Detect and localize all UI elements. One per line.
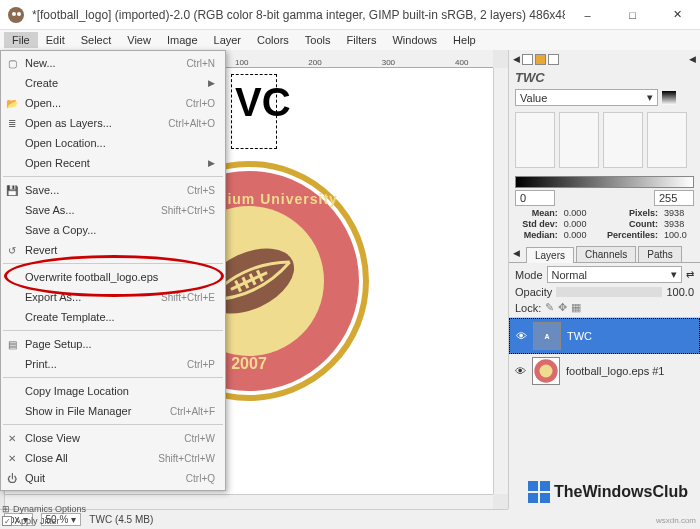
tool-options-fragment: ⊞Dynamics Options ✓Apply Jitter [2, 503, 86, 527]
tab-layers[interactable]: Layers [526, 247, 574, 263]
menu-item-open-location[interactable]: Open Location... [1, 133, 225, 153]
layer-item-logo[interactable]: 👁 football_logo.eps #1 [509, 354, 700, 388]
scrollbar-vertical[interactable] [493, 68, 508, 494]
menu-image[interactable]: Image [159, 32, 206, 48]
color-swatch-white2[interactable] [548, 54, 559, 65]
dock-title: TWC [509, 68, 700, 87]
menu-item-page-setup[interactable]: ▤Page Setup... [1, 334, 225, 354]
range-min[interactable]: 0 [515, 190, 555, 206]
menu-windows[interactable]: Windows [384, 32, 445, 48]
histogram-thumb [515, 112, 555, 168]
menu-view[interactable]: View [119, 32, 159, 48]
dock-menu-icon[interactable]: ◀ [689, 54, 696, 64]
menu-file[interactable]: File [4, 32, 38, 48]
color-swatch-orange[interactable] [535, 54, 546, 65]
menu-tools[interactable]: Tools [297, 32, 339, 48]
menu-item-open-recent[interactable]: Open Recent▶ [1, 153, 225, 173]
checkbox-icon: ✓ [2, 516, 12, 526]
gradient-strip [515, 176, 694, 188]
histogram-thumb [647, 112, 687, 168]
close-button[interactable]: ✕ [655, 0, 700, 30]
maximize-button[interactable]: □ [610, 0, 655, 30]
ruler-tick: 300 [382, 58, 395, 67]
eye-icon[interactable]: 👁 [516, 330, 527, 342]
menu-item-save[interactable]: 💾Save...Ctrl+S [1, 180, 225, 200]
histogram-area [509, 108, 700, 172]
menu-separator [3, 377, 223, 378]
menu-filters[interactable]: Filters [339, 32, 385, 48]
histogram-linear-icon[interactable] [680, 91, 694, 105]
menu-layer[interactable]: Layer [206, 32, 250, 48]
eye-icon[interactable]: 👁 [515, 365, 526, 377]
menu-item-create[interactable]: Create▶ [1, 73, 225, 93]
revert-icon: ↺ [5, 243, 19, 257]
menu-item-save-as[interactable]: Save As...Shift+Ctrl+S [1, 200, 225, 220]
ruler-tick: 200 [308, 58, 321, 67]
menu-item-overwrite[interactable]: Overwrite football_logo.eps [1, 267, 225, 287]
minimize-button[interactable]: – [565, 0, 610, 30]
tab-channels[interactable]: Channels [576, 246, 636, 262]
menu-item-close-all[interactable]: ✕Close AllShift+Ctrl+W [1, 448, 225, 468]
tabs-menu-icon[interactable]: ◀ [509, 246, 524, 262]
menu-item-revert[interactable]: ↺Revert [1, 240, 225, 260]
svg-point-1 [12, 12, 16, 16]
menu-select[interactable]: Select [73, 32, 120, 48]
menu-item-create-template[interactable]: Create Template... [1, 307, 225, 327]
blend-mode-combo[interactable]: Normal ▾ [547, 266, 682, 283]
menu-item-close-view[interactable]: ✕Close ViewCtrl+W [1, 428, 225, 448]
stat-label: Percentiles: [600, 230, 658, 240]
submenu-arrow-icon: ▶ [208, 158, 215, 168]
menu-item-save-copy[interactable]: Save a Copy... [1, 220, 225, 240]
stat-value: 0.000 [564, 230, 594, 240]
quit-icon: ⏻ [5, 471, 19, 485]
lock-alpha-icon[interactable]: ▦ [571, 301, 581, 314]
combo-value: Normal [552, 269, 587, 281]
watermark-text: TheWindowsClub [554, 483, 688, 501]
menu-item-quit[interactable]: ⏻QuitCtrl+Q [1, 468, 225, 488]
gimp-app-icon [6, 5, 26, 25]
windows-logo-icon [528, 481, 550, 503]
stat-label: Median: [515, 230, 558, 240]
file-menu-dropdown: ▢New...Ctrl+N Create▶ 📂Open...Ctrl+O ≣Op… [0, 50, 226, 491]
menu-colors[interactable]: Colors [249, 32, 297, 48]
combo-value: Value [520, 92, 547, 104]
histogram-mode-icon[interactable] [662, 91, 676, 105]
menu-item-export-as[interactable]: Export As...Shift+Ctrl+E [1, 287, 225, 307]
lock-position-icon[interactable]: ✥ [558, 301, 567, 314]
menu-item-print[interactable]: Print...Ctrl+P [1, 354, 225, 374]
plus-icon: ⊞ [2, 504, 10, 514]
range-max[interactable]: 255 [654, 190, 694, 206]
menu-separator [3, 330, 223, 331]
dock-top-icons: ◀ ◀ [509, 50, 700, 68]
histogram-thumb [559, 112, 599, 168]
menu-help[interactable]: Help [445, 32, 484, 48]
menu-separator [3, 176, 223, 177]
mode-switch-icon[interactable]: ⇄ [686, 269, 694, 280]
layer-name: football_logo.eps #1 [566, 365, 664, 377]
svg-rect-14 [540, 493, 550, 503]
selection-marquee [231, 74, 277, 149]
menu-item-new[interactable]: ▢New...Ctrl+N [1, 53, 225, 73]
menu-item-copy-location[interactable]: Copy Image Location [1, 381, 225, 401]
triangle-icon[interactable]: ◀ [513, 54, 520, 64]
chevron-down-icon: ▾ [647, 91, 653, 104]
layer-thumb: A [533, 322, 561, 350]
apply-jitter-checkbox[interactable]: ✓Apply Jitter [2, 515, 86, 527]
menu-item-open-layers[interactable]: ≣Open as Layers...Ctrl+Alt+O [1, 113, 225, 133]
menu-item-open[interactable]: 📂Open...Ctrl+O [1, 93, 225, 113]
opacity-slider[interactable] [556, 287, 662, 297]
layer-item-twc[interactable]: 👁 A TWC [509, 318, 700, 354]
histogram-channel-combo[interactable]: Value ▾ [515, 89, 658, 106]
chevron-down-icon: ▾ [671, 268, 677, 281]
open-icon: 📂 [5, 96, 19, 110]
menu-edit[interactable]: Edit [38, 32, 73, 48]
stat-value: 3938 [664, 208, 694, 218]
menu-separator [3, 263, 223, 264]
lock-pixels-icon[interactable]: ✎ [545, 301, 554, 314]
tab-paths[interactable]: Paths [638, 246, 682, 262]
logo-year: 2007 [231, 355, 267, 373]
menu-item-show-in-file-manager[interactable]: Show in File ManagerCtrl+Alt+F [1, 401, 225, 421]
dynamics-options-expander[interactable]: ⊞Dynamics Options [2, 503, 86, 515]
color-swatch-white[interactable] [522, 54, 533, 65]
titlebar: *[football_logo] (imported)-2.0 (RGB col… [0, 0, 700, 30]
